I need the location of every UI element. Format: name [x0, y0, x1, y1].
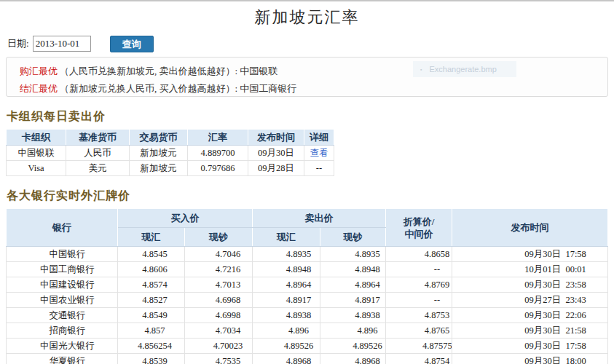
table-cell: 招商银行	[7, 323, 118, 339]
column-header-buy-remit: 现汇	[118, 228, 185, 247]
table-cell: 4.8549	[118, 308, 185, 323]
column-header-buy-price: 买入价	[118, 209, 253, 228]
column-header-publish-time: 发布时间	[248, 130, 304, 146]
column-header-detail: 详细	[304, 130, 334, 146]
table-cell: 09月30日 17:58	[452, 247, 608, 262]
table-cell: --	[386, 262, 452, 277]
table-cell: 09月30日 23:58	[452, 277, 608, 293]
column-header-sell-cash: 现钞	[320, 228, 386, 247]
table-cell: 美元	[66, 161, 130, 176]
best-buy-label: 购汇最优	[20, 66, 58, 76]
table-cell: 4.857	[118, 323, 185, 339]
table-row: 中国光大银行4.8562544.700234.895264.895264.875…	[7, 339, 608, 354]
table-cell: 4.8574	[118, 277, 185, 293]
column-header-rate: 汇率	[188, 130, 248, 146]
table-cell: 查看	[304, 146, 334, 161]
table-cell: 华夏银行	[7, 354, 118, 364]
column-header-trade-currency: 交易货币	[130, 130, 188, 146]
table-cell: 4.8754	[386, 354, 452, 364]
table-cell: 4.7046	[185, 247, 253, 262]
table-cell: 4.8527	[118, 293, 185, 308]
table-cell: 4.6968	[185, 293, 253, 308]
best-buy-text: （人民币兑换新加坡元, 卖出价越低越好）: 中国银联	[60, 66, 278, 76]
table-cell: 交通银行	[7, 308, 118, 323]
table-cell: 4.89526	[320, 339, 386, 354]
table-cell: 4.8917	[253, 293, 320, 308]
table-cell: 4.8765	[386, 323, 452, 339]
table-cell: 4.8938	[253, 308, 320, 323]
table-cell: 中国农业银行	[7, 293, 118, 308]
table-cell: 0.797686	[188, 161, 248, 176]
table-row: Visa美元新加坡元0.79768609月28日--	[7, 161, 334, 176]
query-button[interactable]: 查询	[110, 36, 154, 52]
column-header-mid-price: 折算价/ 中间价	[386, 209, 452, 247]
date-query-bar: 日期: 查询	[7, 35, 614, 52]
section-heading-bank-rates: 各大银行实时外汇牌价	[7, 189, 614, 204]
table-cell: 中国建设银行	[7, 277, 118, 293]
table-cell: 中国银联	[7, 146, 66, 161]
table-cell: 4.8938	[320, 308, 386, 323]
table-cell: 09月30日	[248, 146, 304, 161]
table-cell: 4.8948	[253, 262, 320, 277]
table-row: 中国农业银行4.85274.69684.89174.8917--09月27日 2…	[7, 293, 608, 308]
table-row: 中国银行4.85454.70464.89354.89354.865809月30日…	[7, 247, 608, 262]
table-row: 招商银行4.8574.70344.8964.8964.876509月30日 21…	[7, 323, 608, 339]
broken-image-icon: ▪	[420, 67, 422, 72]
column-header-base-currency: 基准货币	[66, 130, 130, 146]
table-cell: 4.8658	[386, 247, 452, 262]
table-row: 中国银联人民币新加坡元4.88970009月30日查看	[7, 146, 334, 161]
best-sell-label: 结汇最优	[20, 83, 58, 94]
table-cell: 4.875757	[386, 339, 452, 354]
table-cell: 4.8917	[320, 293, 386, 308]
table-cell: --	[386, 293, 452, 308]
table-cell: 中国工商银行	[7, 262, 118, 277]
column-header-sell-remit: 现汇	[253, 228, 320, 247]
best-rate-info-box: 购汇最优（人民币兑换新加坡元, 卖出价越低越好）: 中国银联 结汇最优（新加坡元…	[6, 57, 608, 97]
bank-table-body: 中国银行4.85454.70464.89354.89354.865809月30日…	[7, 247, 608, 364]
date-label: 日期:	[7, 37, 29, 50]
table-cell: 4.8769	[386, 277, 452, 293]
best-sell-text: （新加坡元兑换人民币, 买入价越高越好）: 中国工商银行	[60, 83, 296, 94]
best-sell-line: 结汇最优（新加坡元兑换人民币, 买入价越高越好）: 中国工商银行	[20, 80, 607, 98]
table-cell: 09月27日 23:43	[452, 293, 608, 308]
table-cell: 人民币	[66, 146, 130, 161]
table-cell: 4.6998	[185, 308, 253, 323]
table-cell: 4.7216	[185, 262, 253, 277]
table-cell: 10月01日 00:01	[452, 262, 608, 277]
table-cell: 4.70023	[185, 339, 253, 354]
section-heading-card-org: 卡组织每日卖出价	[7, 109, 614, 124]
table-cell: 09月30日 18:00	[452, 354, 608, 364]
table-cell: 4.8606	[118, 262, 185, 277]
table-row: 中国工商银行4.86064.72164.89484.8948--10月01日 0…	[7, 262, 608, 277]
card-table-body: 中国银联人民币新加坡元4.88970009月30日查看Visa美元新加坡元0.7…	[7, 146, 334, 176]
date-input[interactable]	[33, 36, 91, 52]
detail-link[interactable]: 查看	[310, 148, 328, 158]
column-header-card-org: 卡组织	[7, 130, 66, 146]
page-title: 新加坡元汇率	[0, 7, 614, 28]
table-cell: 4.89526	[253, 339, 320, 354]
table-cell: 新加坡元	[130, 161, 188, 176]
table-row: 中国建设银行4.85744.70134.89644.89644.876909月3…	[7, 277, 608, 293]
table-cell: Visa	[7, 161, 66, 176]
table-cell: 4.856254	[118, 339, 185, 354]
table-cell: 新加坡元	[130, 146, 188, 161]
table-cell: 4.8753	[386, 308, 452, 323]
table-cell: 4.8968	[320, 354, 386, 364]
table-row: 华夏银行4.85394.75354.89684.89684.875409月30日…	[7, 354, 608, 364]
bank-rates-table: 银行 买入价 卖出价 折算价/ 中间价 发布时间 现汇 现钞 现汇 现钞 中国银…	[6, 208, 608, 364]
table-cell: 4.8964	[320, 277, 386, 293]
table-cell: 4.8545	[118, 247, 185, 262]
table-cell: 中国银行	[7, 247, 118, 262]
table-cell: 4.8948	[320, 262, 386, 277]
table-cell: 4.8935	[320, 247, 386, 262]
table-cell: --	[304, 161, 334, 176]
table-cell: 4.8539	[118, 354, 185, 364]
column-header-publish-time: 发布时间	[452, 209, 608, 247]
broken-image-placeholder: ▪ Exchangerate.bmp	[413, 61, 516, 77]
broken-image-text: Exchangerate.bmp	[429, 65, 496, 74]
table-cell: 09月30日 17:58	[452, 339, 608, 354]
table-cell: 09月30日 22:06	[452, 308, 608, 323]
card-org-table: 卡组织 基准货币 交易货币 汇率 发布时间 详细 中国银联人民币新加坡元4.88…	[6, 129, 334, 176]
card-table-header-row: 卡组织 基准货币 交易货币 汇率 发布时间 详细	[7, 130, 334, 146]
table-cell: 4.889700	[188, 146, 248, 161]
